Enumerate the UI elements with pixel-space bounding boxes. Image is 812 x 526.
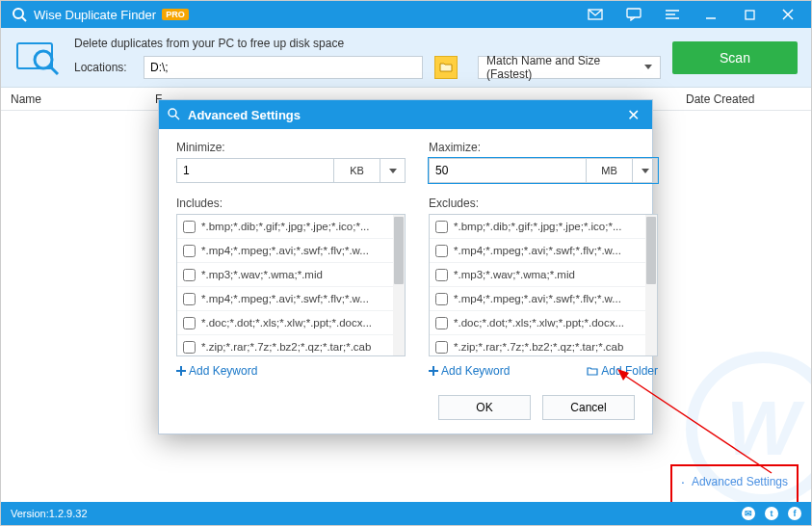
pro-badge: PRO [162, 9, 189, 20]
maximize-label: Maximize: [429, 141, 658, 154]
svg-point-0 [13, 9, 23, 18]
list-item-text: *.mp4;*.mpeg;*.avi;*.swf;*.flv;*.w... [454, 293, 621, 304]
list-item[interactable]: *.mp4;*.mpeg;*.avi;*.swf;*.flv;*.w... [430, 239, 645, 263]
maximize-button[interactable] [730, 1, 769, 28]
list-item-text: *.bmp;*.dib;*.gif;*.jpg;*.jpe;*.ico;*... [201, 221, 370, 232]
list-item[interactable]: *.mp3;*.wav;*.wma;*.mid [177, 263, 393, 287]
svg-point-14 [169, 109, 176, 117]
svg-rect-8 [746, 11, 754, 19]
excludes-add-folder-link[interactable]: Add Folder [587, 364, 658, 378]
list-item-checkbox[interactable] [183, 221, 196, 233]
version-label: Version:1.2.9.32 [11, 508, 88, 519]
list-item-checkbox[interactable] [435, 245, 448, 257]
list-item[interactable]: *.bmp;*.dib;*.gif;*.jpg;*.jpe;*.ico;*... [430, 215, 645, 239]
list-item-text: *.mp4;*.mpeg;*.avi;*.swf;*.flv;*.w... [201, 293, 369, 304]
feedback-icon[interactable] [615, 1, 653, 28]
excludes-add-keyword-link[interactable]: Add Keyword [429, 364, 510, 378]
minimize-input[interactable] [177, 159, 333, 182]
list-item[interactable]: *.zip;*.rar;*.7z;*.bz2;*.qz;*.tar;*.cab [430, 335, 645, 355]
excludes-listbox[interactable]: *.bmp;*.dib;*.gif;*.jpg;*.jpe;*.ico;*...… [429, 214, 658, 356]
chevron-down-icon [642, 169, 649, 173]
list-item[interactable]: *.mp4;*.mpeg;*.avi;*.swf;*.flv;*.w... [177, 239, 393, 263]
list-item[interactable]: *.mp4;*.mpeg;*.avi;*.swf;*.flv;*.w... [430, 287, 645, 311]
close-button[interactable] [769, 1, 807, 28]
dialog-header: Advanced Settings ✕ [159, 100, 652, 129]
list-item-text: *.mp4;*.mpeg;*.avi;*.swf;*.flv;*.w... [201, 245, 369, 256]
svg-line-13 [50, 66, 58, 74]
title-bar: Wise Duplicate Finder PRO [1, 1, 811, 28]
minimize-unit-dropdown[interactable] [380, 159, 405, 182]
locations-label: Locations: [74, 61, 132, 74]
svg-point-12 [35, 51, 52, 68]
excludes-scrollbar[interactable] [645, 215, 657, 355]
app-icon [11, 6, 28, 23]
minimize-button[interactable] [692, 1, 730, 28]
list-item-text: *.doc;*.dot;*.xls;*.xlw;*.ppt;*.docx... [201, 317, 372, 329]
scan-button[interactable]: Scan [672, 41, 798, 74]
minimize-unit: KB [333, 159, 380, 182]
includes-label: Includes: [176, 197, 406, 210]
includes-scrollbar[interactable] [393, 215, 405, 355]
advanced-settings-dialog: Advanced Settings ✕ Minimize: KB Include… [158, 99, 653, 434]
list-item-checkbox[interactable] [183, 269, 196, 281]
includes-listbox[interactable]: *.bmp;*.dib;*.gif;*.jpg;*.jpe;*.ico;*...… [176, 214, 406, 356]
list-item-checkbox[interactable] [435, 317, 448, 329]
browse-folder-button[interactable] [434, 56, 458, 79]
list-item[interactable]: *.bmp;*.dib;*.gif;*.jpg;*.jpe;*.ico;*... [177, 215, 393, 239]
mail-icon[interactable] [576, 1, 615, 28]
list-item-checkbox[interactable] [183, 293, 196, 305]
col-name[interactable]: Name [11, 92, 155, 106]
list-item-text: *.doc;*.dot;*.xls;*.xlw;*.ppt;*.docx... [454, 317, 624, 329]
list-item-checkbox[interactable] [183, 245, 196, 257]
list-item[interactable]: *.zip;*.rar;*.7z;*.bz2;*.qz;*.tar;*.cab [177, 335, 393, 355]
chevron-down-icon [644, 65, 652, 69]
col-date[interactable]: Date Created [686, 92, 801, 106]
list-item-checkbox[interactable] [435, 341, 448, 354]
excludes-label: Excludes: [429, 197, 658, 210]
social-icon-1[interactable]: ✉ [742, 507, 755, 520]
svg-line-15 [175, 116, 179, 119]
maximize-column: Maximize: MB Excludes: *.bmp;*.dib;*.gif… [429, 141, 658, 378]
list-item-text: *.bmp;*.dib;*.gif;*.jpg;*.jpe;*.ico;*... [454, 221, 622, 232]
maximize-unit: MB [586, 159, 632, 182]
slogan: Delete duplicates from your PC to free u… [74, 37, 661, 50]
chevron-down-icon [389, 169, 397, 173]
search-big-icon [14, 37, 63, 79]
ok-button[interactable]: OK [438, 395, 531, 420]
list-item[interactable]: *.doc;*.dot;*.xls;*.xlw;*.ppt;*.docx... [177, 311, 393, 335]
social-icon-3[interactable]: f [788, 507, 801, 520]
list-item[interactable]: *.mp4;*.mpeg;*.avi;*.swf;*.flv;*.w... [177, 287, 393, 311]
list-item-checkbox[interactable] [435, 221, 448, 233]
svg-rect-3 [627, 9, 641, 17]
list-item-text: *.mp3;*.wav;*.wma;*.mid [201, 269, 323, 280]
maximize-input[interactable] [430, 159, 586, 182]
minimize-label: Minimize: [176, 141, 406, 154]
list-item-checkbox[interactable] [435, 293, 448, 305]
list-item[interactable]: *.doc;*.dot;*.xls;*.xlw;*.ppt;*.docx... [430, 311, 645, 335]
advanced-settings-link[interactable]: Advanced Settings [682, 475, 788, 488]
cancel-button[interactable]: Cancel [542, 395, 635, 420]
menu-icon[interactable] [653, 1, 692, 28]
match-mode-select[interactable]: Match Name and Size (Fastest) [478, 56, 661, 79]
includes-add-keyword-link[interactable]: Add Keyword [176, 364, 257, 378]
dialog-title: Advanced Settings [188, 108, 621, 122]
list-item-text: *.mp3;*.wav;*.wma;*.mid [454, 269, 575, 280]
list-item-text: *.zip;*.rar;*.7z;*.bz2;*.qz;*.tar;*.cab [454, 341, 623, 353]
maximize-unit-dropdown[interactable] [632, 159, 657, 182]
dialog-icon [167, 107, 182, 122]
app-title: Wise Duplicate Finder [34, 8, 156, 22]
social-icon-2[interactable]: t [765, 507, 778, 520]
list-item-text: *.zip;*.rar;*.7z;*.bz2;*.qz;*.tar;*.cab [201, 341, 371, 353]
dialog-close-button[interactable]: ✕ [621, 103, 644, 126]
status-bar: Version:1.2.9.32 ✉ t f [1, 502, 811, 525]
top-bar: Delete duplicates from your PC to free u… [1, 28, 811, 88]
minimize-column: Minimize: KB Includes: *.bmp;*.dib;*.gif… [176, 141, 406, 378]
list-item-checkbox[interactable] [183, 317, 196, 329]
list-item-checkbox[interactable] [183, 341, 196, 354]
list-item[interactable]: *.mp3;*.wav;*.wma;*.mid [430, 263, 645, 287]
list-item-text: *.mp4;*.mpeg;*.avi;*.swf;*.flv;*.w... [454, 245, 621, 256]
svg-line-1 [22, 17, 26, 21]
match-mode-value: Match Name and Size (Fastest) [486, 54, 644, 81]
path-input[interactable] [144, 56, 423, 79]
list-item-checkbox[interactable] [435, 269, 448, 281]
